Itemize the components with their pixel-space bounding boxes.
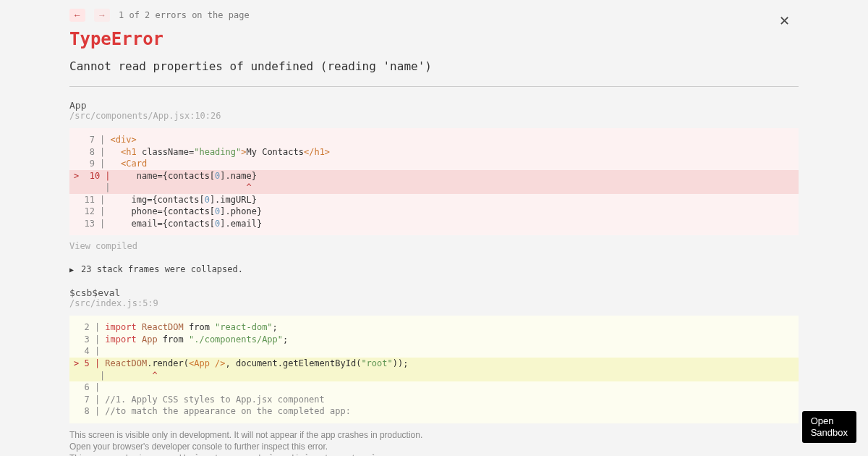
close-icon[interactable]: ✕ [779, 13, 790, 29]
open-sandbox-button[interactable]: OpenSandbox [802, 411, 856, 444]
divider [69, 86, 799, 87]
frame2-path: /src/index.js:5:9 [69, 298, 799, 308]
view-compiled-link[interactable]: View compiled [69, 241, 799, 251]
error-message: Cannot read properties of undefined (rea… [69, 59, 799, 73]
chevron-right-icon: ▶ [69, 266, 74, 274]
code-block-2: 2 | import ReactDOM from "react-dom"; 3 … [69, 316, 799, 423]
prev-error-button[interactable]: ← [69, 9, 85, 22]
next-error-button[interactable]: → [94, 9, 110, 22]
code-block-1: 7 | <div> 8 | <h1 className="heading">My… [69, 128, 799, 235]
collapsed-frames-toggle[interactable]: ▶ 23 stack frames were collapsed. [69, 264, 799, 274]
frame2-title: $csb$eval [69, 287, 799, 298]
error-type: TypeError [69, 29, 799, 49]
frame1-title: App [69, 100, 799, 111]
frame1-path: /src/components/App.jsx:10:26 [69, 111, 799, 121]
error-count: 1 of 2 errors on the page [119, 10, 250, 20]
footer-note: This screen is visible only in developme… [69, 429, 799, 456]
collapsed-frames-text: 23 stack frames were collapsed. [81, 264, 243, 274]
